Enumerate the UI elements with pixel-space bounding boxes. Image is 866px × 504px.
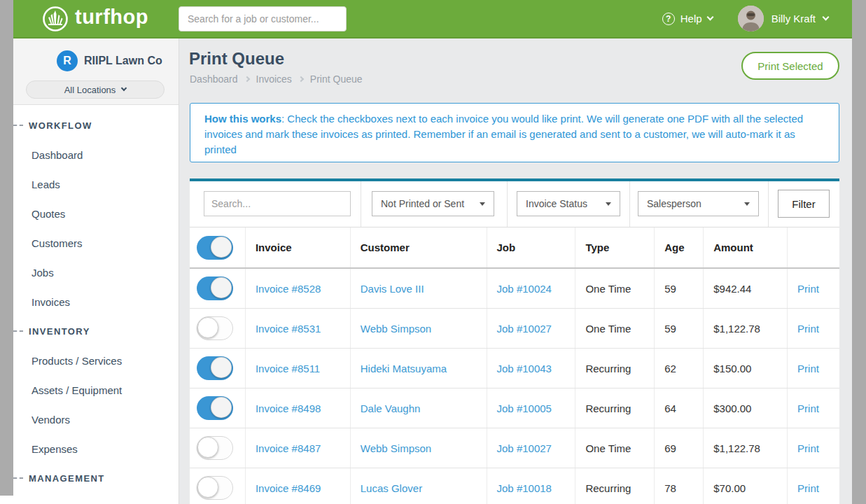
job-link[interactable]: Job #10018 (497, 482, 552, 494)
column-header-amount: Amount (704, 227, 788, 267)
location-filter-button[interactable]: All Locations (26, 80, 165, 99)
brand-name: turfhop (75, 7, 148, 30)
invoice-type-cell: Recurring (575, 468, 655, 504)
invoice-link[interactable]: Invoice #8487 (256, 442, 321, 454)
invoice-link[interactable]: Invoice #8531 (256, 323, 321, 335)
table-row: Invoice #8511 Hideki Matsuyama Job #1004… (190, 349, 839, 388)
print-link[interactable]: Print (797, 482, 819, 494)
brand-logo[interactable]: turfhop (42, 0, 148, 37)
salesperson-filter-select[interactable]: Salesperson (638, 191, 759, 216)
filter-bar: Not Printed or Sent Invoice Status Sales… (190, 181, 839, 227)
invoice-status-filter-select[interactable]: Invoice Status (517, 191, 620, 216)
job-link[interactable]: Job #10005 (497, 402, 552, 414)
row-select-toggle[interactable] (197, 356, 233, 380)
table-row: Invoice #8469 Lucas Glover Job #10018 Re… (190, 468, 839, 504)
filter-divider (507, 181, 508, 227)
section-dash-icon (13, 330, 23, 332)
customer-link[interactable]: Hideki Matsuyama (361, 363, 447, 374)
caret-down-icon (606, 202, 611, 206)
invoice-table-body: Invoice #8528 Davis Love III Job #10024 … (190, 269, 839, 504)
select-all-toggle[interactable] (197, 236, 233, 260)
invoice-age-cell: 69 (655, 428, 704, 468)
sidebar-menu: WORKFLOWDashboardLeadsQuotesCustomersJob… (13, 105, 179, 504)
row-select-toggle[interactable] (197, 476, 233, 500)
print-link[interactable]: Print (797, 363, 819, 374)
user-menu[interactable]: Billy Kraft (738, 6, 828, 31)
invoice-age-cell: 59 (655, 269, 704, 308)
invoice-link[interactable]: Invoice #8469 (256, 482, 321, 494)
invoice-amount-cell: $1,122.78 (704, 309, 788, 348)
invoice-amount-cell: $942.44 (704, 269, 788, 308)
invoice-link[interactable]: Invoice #8511 (256, 363, 320, 374)
printed-sent-filter-value: Not Printed or Sent (381, 198, 464, 209)
sidebar-item-invoices[interactable]: Invoices (13, 287, 179, 316)
info-box: How this works: Check the checkboxes nex… (190, 103, 839, 162)
invoice-age-cell: 78 (655, 468, 704, 504)
print-link[interactable]: Print (797, 283, 819, 295)
invoice-link[interactable]: Invoice #8498 (256, 402, 321, 414)
company-logo-icon: R (57, 50, 78, 71)
invoice-age-cell: 62 (655, 349, 704, 388)
customer-link[interactable]: Webb Simpson (361, 323, 431, 335)
sidebar-item-expenses[interactable]: Expenses (13, 434, 179, 463)
company-name: RIIPL Lawn Co (84, 55, 162, 67)
help-menu[interactable]: ? Help (662, 13, 713, 25)
chevron-down-icon (706, 14, 713, 21)
job-link[interactable]: Job #10024 (497, 283, 552, 295)
job-link[interactable]: Job #10027 (497, 442, 552, 454)
sidebar-item-vendors[interactable]: Vendors (13, 405, 179, 434)
left-edge-strip (0, 0, 13, 496)
customer-link[interactable]: Dale Vaughn (361, 402, 421, 414)
caret-down-icon (744, 202, 750, 206)
row-select-toggle[interactable] (197, 276, 233, 300)
breadcrumb-invoices[interactable]: Invoices (256, 74, 292, 85)
column-header-invoice: Invoice (246, 227, 351, 267)
table-row: Invoice #8531 Webb Simpson Job #10027 On… (190, 309, 839, 349)
job-link[interactable]: Job #10027 (497, 323, 552, 335)
customer-link[interactable]: Davis Love III (361, 283, 424, 295)
sidebar-item-assets-equipment[interactable]: Assets / Equipment (13, 375, 179, 405)
sidebar-section-reports: REPORTS (13, 493, 179, 504)
section-label: WORKFLOW (29, 120, 92, 131)
table-header-row: Invoice Customer Job Type Age Amount (190, 227, 839, 269)
breadcrumb-dashboard[interactable]: Dashboard (190, 74, 238, 85)
sidebar-item-products-services[interactable]: Products / Services (13, 346, 179, 375)
invoice-age-cell: 64 (655, 388, 704, 428)
caret-down-icon (480, 202, 485, 206)
toggle-knob (211, 357, 232, 378)
table-search-input[interactable] (204, 191, 351, 216)
sidebar-item-leads[interactable]: Leads (13, 169, 179, 199)
breadcrumb: Dashboard Invoices Print Queue (190, 74, 363, 85)
row-select-toggle[interactable] (197, 316, 233, 340)
invoice-link[interactable]: Invoice #8528 (256, 283, 321, 295)
print-link[interactable]: Print (797, 442, 819, 454)
row-select-toggle[interactable] (197, 436, 233, 460)
filter-button[interactable]: Filter (778, 190, 830, 218)
company-selector[interactable]: R RIIPL Lawn Co (57, 50, 162, 71)
sidebar-item-customers[interactable]: Customers (13, 228, 179, 258)
print-selected-button[interactable]: Print Selected (741, 52, 839, 80)
invoice-age-cell: 59 (655, 309, 704, 348)
user-name: Billy Kraft (771, 13, 816, 24)
column-header-customer: Customer (351, 227, 487, 267)
print-link[interactable]: Print (797, 323, 819, 335)
column-header-type: Type (575, 227, 655, 267)
invoice-type-cell: One Time (575, 428, 655, 468)
location-filter-label: All Locations (64, 85, 116, 95)
customer-link[interactable]: Lucas Glover (361, 482, 422, 494)
job-link[interactable]: Job #10043 (497, 363, 552, 374)
right-edge-strip (852, 0, 866, 504)
column-header-age: Age (655, 227, 704, 267)
global-search-input[interactable] (179, 6, 347, 31)
row-select-toggle[interactable] (197, 396, 233, 420)
sidebar-item-quotes[interactable]: Quotes (13, 199, 179, 228)
sidebar-item-dashboard[interactable]: Dashboard (13, 140, 179, 169)
sidebar-item-jobs[interactable]: Jobs (13, 258, 179, 287)
print-link[interactable]: Print (797, 402, 819, 414)
section-label: MANAGEMENT (29, 473, 105, 484)
toggle-knob (211, 237, 232, 258)
printed-sent-filter-select[interactable]: Not Printed or Sent (372, 191, 494, 216)
invoice-table: Invoice Customer Job Type Age Amount Inv… (190, 227, 839, 504)
customer-link[interactable]: Webb Simpson (361, 442, 431, 454)
chevron-down-icon (121, 85, 127, 91)
